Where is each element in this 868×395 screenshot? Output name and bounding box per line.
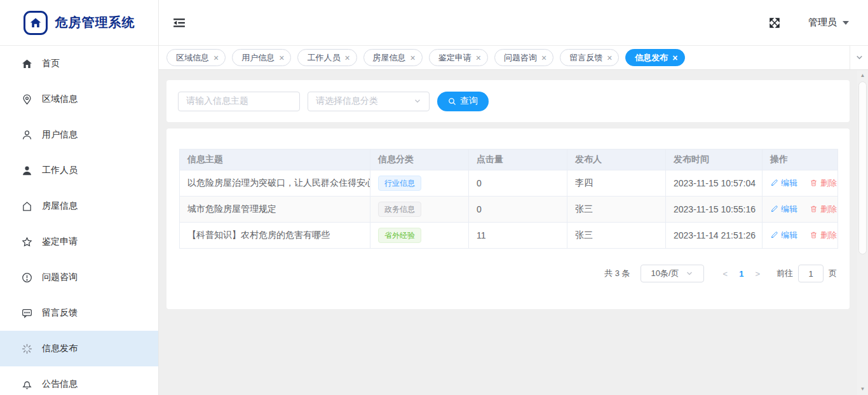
fullscreen-icon[interactable]: [769, 17, 780, 29]
prev-page-button[interactable]: <: [719, 269, 732, 279]
cell-category: 行业信息: [370, 170, 469, 197]
vertical-scrollbar[interactable]: ▲ ▼: [857, 70, 868, 395]
goto-page-suffix: 页: [829, 268, 837, 279]
current-page-button[interactable]: 1: [731, 269, 751, 279]
sidebar-item-5[interactable]: 鉴定申请: [0, 224, 158, 260]
sidebar-item-6[interactable]: 问题咨询: [0, 260, 158, 295]
tab-6[interactable]: 留言反馈 ×: [560, 49, 619, 66]
scrollbar-up-icon[interactable]: ▲: [857, 71, 868, 81]
menu-fold-icon[interactable]: [173, 17, 186, 29]
edit-icon: [770, 231, 778, 239]
next-page-button[interactable]: >: [751, 269, 764, 279]
delete-icon: [810, 231, 818, 239]
location-icon: [21, 94, 32, 105]
home-icon: [21, 58, 32, 69]
sidebar-item-label: 工作人员: [42, 165, 78, 176]
tab-label: 信息发布: [635, 52, 668, 64]
tab-close-icon[interactable]: ×: [541, 53, 546, 62]
sidebar-item-label: 问题咨询: [42, 272, 78, 283]
tab-1[interactable]: 用户信息 ×: [232, 49, 291, 66]
app-logo-house-icon: [24, 11, 48, 35]
delete-button[interactable]: 删除: [810, 177, 837, 189]
tab-close-icon[interactable]: ×: [607, 53, 612, 62]
scrollbar-thumb[interactable]: [858, 81, 867, 254]
delete-icon: [810, 205, 818, 213]
sidebar-item-3[interactable]: 工作人员: [0, 153, 158, 188]
tab-close-icon[interactable]: ×: [214, 53, 219, 62]
sidebar-menu: 首页 区域信息 用户信息 工作人员 房屋信息 鉴定申请 问题咨询 留言反馈 信息…: [0, 46, 158, 395]
staff-icon: [21, 165, 32, 176]
tabs-overflow-button[interactable]: [850, 46, 868, 69]
tab-4[interactable]: 鉴定申请 ×: [429, 49, 488, 66]
pagination: 共 3 条 10条/页 < 1 > 前往 页: [179, 265, 837, 282]
sidebar-item-label: 信息发布: [42, 343, 78, 354]
edit-button[interactable]: 编辑: [770, 177, 797, 189]
sidebar-item-8[interactable]: 信息发布: [0, 331, 158, 366]
tab-2[interactable]: 工作人员 ×: [297, 49, 356, 66]
sidebar-item-9[interactable]: 公告信息: [0, 366, 158, 395]
cell-clicks: 11: [469, 223, 567, 249]
sidebar-item-1[interactable]: 区域信息: [0, 81, 158, 117]
table-panel: 信息主题信息分类点击量发布人发布时间操作 以危险房屋治理为突破口，让人民群众住得…: [166, 128, 850, 309]
sidebar-item-label: 用户信息: [42, 129, 78, 141]
delete-button[interactable]: 删除: [810, 204, 837, 215]
info-table: 信息主题信息分类点击量发布人发布时间操作 以危险房屋治理为突破口，让人民群众住得…: [179, 149, 838, 249]
delete-button[interactable]: 删除: [810, 230, 837, 241]
goto-page-input[interactable]: [798, 265, 824, 282]
star-icon: [21, 236, 32, 247]
user-icon: [21, 129, 32, 141]
table-header-row: 信息主题信息分类点击量发布人发布时间操作: [180, 149, 838, 170]
column-header: 信息主题: [180, 149, 370, 170]
edit-button[interactable]: 编辑: [770, 204, 797, 215]
sidebar-item-7[interactable]: 留言反馈: [0, 295, 158, 331]
category-select[interactable]: 请选择信息分类: [308, 92, 430, 111]
tab-close-icon[interactable]: ×: [344, 53, 349, 62]
tab-close-icon[interactable]: ×: [279, 53, 284, 62]
cell-publisher: 张三: [567, 197, 666, 223]
search-panel: 请输入信息主题 请选择信息分类 查询: [166, 80, 850, 122]
sidebar: 危房管理系统 首页 区域信息 用户信息 工作人员 房屋信息 鉴定申请 问题咨询 …: [0, 0, 159, 395]
cell-clicks: 0: [469, 170, 567, 197]
edit-icon: [770, 179, 778, 187]
sidebar-item-2[interactable]: 用户信息: [0, 117, 158, 153]
sidebar-item-label: 公告信息: [42, 378, 78, 390]
tab-7[interactable]: 信息发布 ×: [625, 49, 684, 66]
cell-category: 省外经验: [370, 223, 469, 249]
chevron-down-icon: [414, 97, 421, 105]
cell-actions: 编辑 删除: [763, 197, 838, 223]
tab-close-icon[interactable]: ×: [476, 53, 481, 62]
topic-search-input[interactable]: 请输入信息主题: [178, 92, 300, 111]
scrollbar-down-icon[interactable]: ▼: [857, 384, 868, 394]
sidebar-item-0[interactable]: 首页: [0, 46, 158, 81]
tab-label: 工作人员: [307, 52, 340, 64]
tab-5[interactable]: 问题咨询 ×: [494, 49, 553, 66]
tabbar: 区域信息 × 用户信息 × 工作人员 × 房屋信息 × 鉴定申请 × 问题咨询 …: [159, 46, 868, 70]
app-root: 危房管理系统 首页 区域信息 用户信息 工作人员 房屋信息 鉴定申请 问题咨询 …: [0, 0, 868, 395]
tab-label: 留言反馈: [569, 52, 602, 64]
table-body: 以危险房屋治理为突破口，让人民群众住得安心 行业信息 0 李四 2023-11-…: [180, 170, 838, 249]
tab-close-icon[interactable]: ×: [410, 53, 416, 62]
tab-3[interactable]: 房屋信息 ×: [363, 49, 423, 66]
table-row: 以危险房屋治理为突破口，让人民群众住得安心 行业信息 0 李四 2023-11-…: [180, 170, 838, 197]
tab-label: 区域信息: [176, 52, 209, 64]
page-size-value: 10条/页: [651, 268, 679, 279]
query-button-label: 查询: [460, 95, 478, 107]
comment-icon: [21, 307, 32, 319]
tab-close-icon[interactable]: ×: [672, 53, 677, 62]
question-icon: [21, 272, 32, 283]
sidebar-item-4[interactable]: 房屋信息: [0, 188, 158, 224]
page-size-select[interactable]: 10条/页: [641, 265, 704, 282]
loading-icon: [21, 343, 32, 354]
sidebar-item-label: 房屋信息: [42, 200, 78, 212]
cell-publisher: 李四: [567, 170, 666, 197]
tab-label: 用户信息: [241, 52, 275, 64]
topic-search-placeholder: 请输入信息主题: [186, 95, 248, 107]
edit-button[interactable]: 编辑: [770, 230, 797, 241]
tab-0[interactable]: 区域信息 ×: [166, 49, 226, 66]
query-button[interactable]: 查询: [437, 92, 489, 111]
cell-actions: 编辑 删除: [763, 223, 838, 249]
sidebar-item-label: 鉴定申请: [42, 236, 78, 247]
cell-category: 政务信息: [370, 197, 469, 223]
user-dropdown[interactable]: 管理员: [808, 17, 849, 29]
sidebar-item-label: 首页: [42, 58, 60, 69]
